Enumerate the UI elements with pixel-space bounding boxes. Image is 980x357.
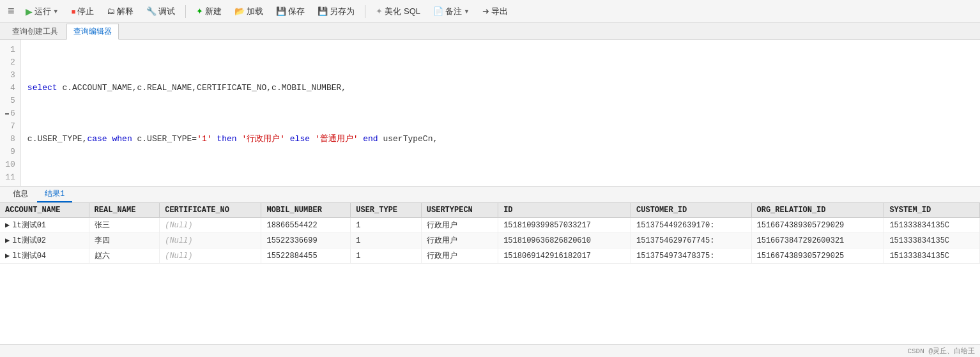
col-real-name: REAL_NAME bbox=[89, 203, 160, 218]
table-cell: 1513754492639170: bbox=[631, 218, 751, 233]
line-num-9: 9 bbox=[5, 146, 15, 158]
panel-tabs: 信息 结果1 bbox=[0, 186, 980, 203]
load-icon: 📂 bbox=[234, 6, 245, 16]
divider2 bbox=[365, 5, 365, 18]
table-cell: 15181093998570332​17 bbox=[498, 218, 631, 233]
table-cell: ▶lt测试04 bbox=[0, 248, 89, 264]
table-cell: 行政用户 bbox=[421, 218, 498, 233]
debug-icon: 🔧 bbox=[146, 6, 157, 16]
table-cell: 1516673847292600321 bbox=[751, 233, 884, 248]
explain-button[interactable]: 🗂 解释 bbox=[102, 4, 138, 19]
comment-dropdown-arrow: ▼ bbox=[464, 8, 470, 15]
data-table: ACCOUNT_NAME REAL_NAME CERTIFICATE_NO MO… bbox=[0, 203, 980, 264]
sql-line-1: select c.ACCOUNT_NAME,c.REAL_NAME,CERTIF… bbox=[27, 82, 974, 95]
table-cell: 1513754973478375: bbox=[631, 248, 751, 264]
col-customer-id: CUSTOMER_ID bbox=[631, 203, 751, 218]
beautify-button[interactable]: ✦ 美化 SQL bbox=[371, 4, 425, 19]
line-num-7: 7 bbox=[5, 120, 15, 133]
col-usertypecn: USERTYPECN bbox=[421, 203, 498, 218]
save-label: 保存 bbox=[288, 6, 305, 17]
table-cell: 1 bbox=[351, 218, 422, 233]
run-label: 运行 bbox=[34, 6, 51, 17]
table-cell: 15522884455 bbox=[261, 248, 351, 264]
run-icon: ▶ bbox=[26, 6, 33, 17]
saveas-label: 另存为 bbox=[330, 6, 355, 17]
table-cell: 151333834135C bbox=[884, 218, 980, 233]
debug-label: 调试 bbox=[158, 6, 175, 17]
tab-query-builder[interactable]: 查询创建工具 bbox=[5, 24, 65, 39]
panel-tab-info[interactable]: 信息 bbox=[5, 186, 36, 202]
table-cell: 1516674389305729029 bbox=[751, 218, 884, 233]
table-row[interactable]: ▶lt测试04赵六(Null)155228844551行政用户151806914… bbox=[0, 248, 980, 264]
col-id: ID bbox=[498, 203, 631, 218]
beautify-icon: ✦ bbox=[376, 6, 383, 16]
saveas-button[interactable]: 💾 另存为 bbox=[313, 4, 359, 19]
save-icon: 💾 bbox=[276, 6, 286, 16]
table-header-row: ACCOUNT_NAME REAL_NAME CERTIFICATE_NO MO… bbox=[0, 203, 980, 218]
table-cell: 15522336699 bbox=[261, 233, 351, 248]
table-cell: 151333834135C bbox=[884, 233, 980, 248]
stop-label: 停止 bbox=[77, 6, 94, 17]
line-numbers: 1 2 3 4 5 ▬6 7 8 9 10 11 12 bbox=[0, 40, 21, 186]
footer: CSDN @灵丘、白给王 bbox=[0, 344, 980, 357]
beautify-label: 美化 SQL bbox=[385, 6, 420, 17]
table-cell: 张三 bbox=[89, 218, 160, 233]
col-system-id: SYSTEM_ID bbox=[884, 203, 980, 218]
table-row[interactable]: ▶lt测试02李四(Null)155223366991行政用户151810963… bbox=[0, 233, 980, 248]
hamburger-icon[interactable]: ≡ bbox=[5, 5, 17, 18]
table-cell: 1 bbox=[351, 248, 422, 264]
new-button[interactable]: ✦ 新建 bbox=[192, 4, 226, 19]
table-cell: (Null) bbox=[160, 218, 261, 233]
load-button[interactable]: 📂 加载 bbox=[230, 4, 268, 19]
col-certificate-no: CERTIFICATE_NO bbox=[160, 203, 261, 218]
line-num-8: 8 bbox=[5, 133, 15, 146]
table-cell: ▶lt测试01 bbox=[0, 218, 89, 233]
comment-label: 备注 bbox=[445, 6, 462, 17]
col-org-relation-id: ORG_RELATION_ID bbox=[751, 203, 884, 218]
comment-button[interactable]: 📄 备注 ▼ bbox=[429, 4, 474, 19]
col-user-type: USER_TYPE bbox=[351, 203, 422, 218]
table-cell: 赵六 bbox=[89, 248, 160, 264]
table-row[interactable]: ▶lt测试01张三(Null)188665544221行政用户151810939… bbox=[0, 218, 980, 233]
results-table[interactable]: ACCOUNT_NAME REAL_NAME CERTIFICATE_NO MO… bbox=[0, 203, 980, 344]
col-mobil-number: MOBIL_NUMBER bbox=[261, 203, 351, 218]
saveas-icon: 💾 bbox=[318, 6, 328, 16]
table-cell: 1 bbox=[351, 233, 422, 248]
sql-editor: 1 2 3 4 5 ▬6 7 8 9 10 11 12 select c.ACC… bbox=[0, 40, 980, 186]
line-num-5: 5 bbox=[5, 95, 15, 107]
nav-tabs: 查询创建工具 查询编辑器 bbox=[0, 23, 980, 40]
table-cell: 行政用户 bbox=[421, 248, 498, 264]
line-num-3: 3 bbox=[5, 69, 15, 82]
table-cell: (Null) bbox=[160, 248, 261, 264]
export-button[interactable]: ➜ 导出 bbox=[478, 4, 512, 19]
run-button[interactable]: ▶ 运行 ▼ bbox=[21, 4, 63, 19]
export-icon: ➜ bbox=[482, 6, 489, 16]
table-body: ▶lt测试01张三(Null)188665544221行政用户151810939… bbox=[0, 218, 980, 264]
line-num-1: 1 bbox=[5, 43, 15, 56]
line-num-11: 11 bbox=[5, 171, 15, 184]
footer-text: CSDN @灵丘、白给王 bbox=[907, 346, 975, 356]
stop-button[interactable]: ■ 停止 bbox=[67, 4, 99, 19]
debug-button[interactable]: 🔧 调试 bbox=[142, 4, 180, 19]
panel-tab-result1[interactable]: 结果1 bbox=[37, 186, 72, 202]
table-cell: 行政用户 bbox=[421, 233, 498, 248]
table-cell: (Null) bbox=[160, 233, 261, 248]
new-icon: ✦ bbox=[196, 6, 203, 16]
table-cell: 15181096368268206​10 bbox=[498, 233, 631, 248]
bottom-panel: 信息 结果1 ACCOUNT_NAME REAL_NAME CERTIFICAT… bbox=[0, 186, 980, 344]
table-cell: 1513754629767745: bbox=[631, 233, 751, 248]
stop-icon: ■ bbox=[72, 8, 76, 15]
table-cell: 1516674389305729025 bbox=[751, 248, 884, 264]
line-num-6: ▬6 bbox=[5, 107, 15, 120]
tab-query-editor[interactable]: 查询编辑器 bbox=[66, 24, 119, 40]
explain-label: 解释 bbox=[117, 6, 134, 17]
col-account-name: ACCOUNT_NAME bbox=[0, 203, 89, 218]
code-area[interactable]: select c.ACCOUNT_NAME,c.REAL_NAME,CERTIF… bbox=[21, 40, 980, 186]
line-num-10: 10 bbox=[5, 158, 15, 171]
save-button[interactable]: 💾 保存 bbox=[272, 4, 309, 19]
table-cell: 18866554422 bbox=[261, 218, 351, 233]
export-label: 导出 bbox=[491, 6, 508, 17]
line-num-2: 2 bbox=[5, 56, 15, 69]
table-cell: 151333834135C bbox=[884, 248, 980, 264]
divider1 bbox=[185, 5, 186, 18]
